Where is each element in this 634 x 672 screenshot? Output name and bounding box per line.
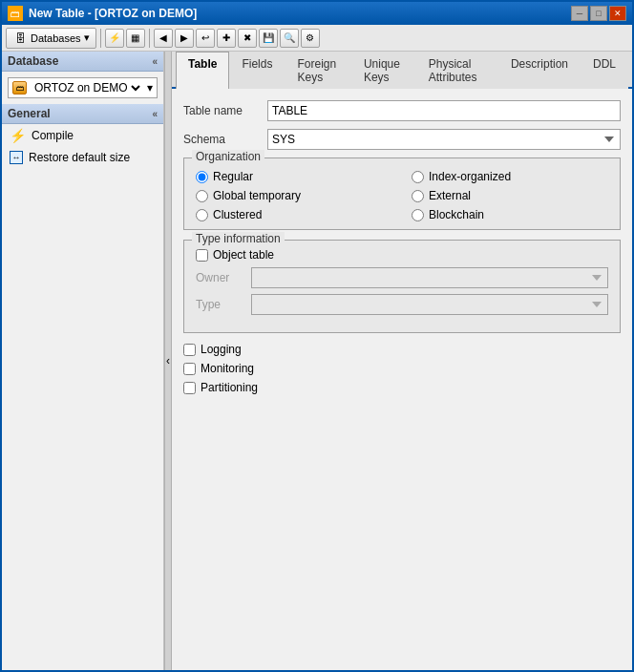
close-button[interactable]: ✕ (609, 6, 626, 21)
tab-ddl[interactable]: DDL (581, 52, 628, 89)
tab-content: Table name Schema SYS Organization (172, 89, 632, 670)
partitioning-label: Partitioning (201, 381, 258, 394)
toolbar-btn-7[interactable]: 🔍 (280, 29, 299, 48)
logging-checkbox[interactable] (183, 344, 196, 356)
toolbar: 🗄 Databases ▾ ⚡ ▦ ◀ ▶ ↩ ✚ ✖ 💾 🔍 ⚙ (2, 25, 632, 52)
database-section-header[interactable]: Database « (2, 52, 163, 72)
radio-blockchain-input[interactable] (412, 209, 424, 221)
databases-dropdown[interactable]: 🗄 Databases ▾ (6, 28, 96, 49)
window-title: New Table - [ORTOZ on DEMO] (29, 7, 197, 20)
separator-2 (149, 29, 150, 48)
tab-unique-keys[interactable]: Unique Keys (351, 52, 416, 89)
database-item-container: 🗃 ORTOZ on DEMO ▾ (2, 72, 163, 104)
sidebar: Database « 🗃 ORTOZ on DEMO ▾ General « ⚡ (2, 52, 164, 670)
radio-clustered-label: Clustered (213, 208, 262, 221)
tab-bar: Table Fields Foreign Keys Unique Keys Ph… (172, 52, 632, 89)
object-table-checkbox-row[interactable]: Object table (196, 248, 608, 262)
owner-row: Owner (196, 267, 608, 288)
collapse-arrow: ‹ (166, 354, 170, 368)
monitoring-checkbox[interactable] (183, 363, 196, 375)
title-bar: 🗃 New Table - [ORTOZ on DEMO] ─ □ ✕ (2, 2, 632, 25)
tab-description[interactable]: Description (498, 52, 581, 89)
toolbar-btn-1[interactable]: ◀ (154, 29, 173, 48)
partitioning-checkbox-row[interactable]: Partitioning (183, 381, 621, 394)
table-name-row: Table name (183, 100, 621, 121)
radio-clustered[interactable]: Clustered (196, 208, 392, 221)
type-row: Type (196, 294, 608, 315)
databases-icon: 🗄 (12, 31, 28, 46)
minimize-button[interactable]: ─ (571, 6, 588, 21)
radio-blockchain-label: Blockchain (429, 208, 484, 221)
lightning-icon: ⚡ (10, 128, 26, 143)
app-icon: 🗃 (8, 6, 23, 21)
title-controls: ─ □ ✕ (571, 6, 626, 21)
type-info-legend: Type information (192, 232, 285, 245)
partitioning-checkbox[interactable] (183, 382, 196, 394)
tab-fields[interactable]: Fields (229, 52, 285, 89)
restore-action[interactable]: ↔ Restore default size (2, 147, 163, 168)
main-content: Database « 🗃 ORTOZ on DEMO ▾ General « ⚡ (2, 52, 632, 670)
toolbar-btn-3[interactable]: ↩ (196, 29, 215, 48)
toolbar-btn-4[interactable]: ✚ (217, 29, 236, 48)
right-panel: Table Fields Foreign Keys Unique Keys Ph… (172, 52, 632, 670)
object-table-label: Object table (213, 248, 274, 262)
main-window: 🗃 New Table - [ORTOZ on DEMO] ─ □ ✕ 🗄 Da… (0, 0, 634, 672)
general-section-header[interactable]: General « (2, 104, 163, 124)
toolbar-btn-6[interactable]: 💾 (259, 29, 278, 48)
tab-table[interactable]: Table (176, 52, 229, 89)
owner-select[interactable] (251, 267, 608, 288)
toolbar-btn-5[interactable]: ✖ (238, 29, 257, 48)
table-name-label: Table name (183, 104, 260, 117)
restore-icon: ↔ (10, 151, 23, 164)
restore-label: Restore default size (29, 151, 130, 164)
radio-index-organized[interactable]: Index-organized (412, 170, 608, 183)
schema-row: Schema SYS (183, 129, 621, 150)
toolbar-btn-grid[interactable]: ▦ (126, 29, 145, 48)
organization-legend: Organization (192, 150, 264, 163)
tab-foreign-keys[interactable]: Foreign Keys (285, 52, 350, 89)
radio-regular[interactable]: Regular (196, 170, 392, 183)
type-select[interactable] (251, 294, 608, 315)
radio-clustered-input[interactable] (196, 209, 208, 221)
tab-physical-attributes[interactable]: Physical Attributes (416, 52, 498, 89)
radio-index-organized-input[interactable] (412, 171, 424, 183)
schema-select[interactable]: SYS (267, 129, 621, 150)
logging-label: Logging (201, 343, 242, 356)
dropdown-arrow: ▾ (84, 32, 90, 44)
sidebar-collapse-handle[interactable]: ‹ (164, 52, 172, 670)
compile-label: Compile (32, 129, 74, 142)
radio-blockchain[interactable]: Blockchain (412, 208, 608, 221)
database-select[interactable]: ORTOZ on DEMO (31, 80, 143, 95)
radio-regular-input[interactable] (196, 171, 208, 183)
owner-label: Owner (196, 271, 243, 284)
toolbar-btn-2[interactable]: ▶ (175, 29, 194, 48)
schema-label: Schema (183, 133, 260, 146)
db-icon: 🗃 (12, 81, 27, 94)
radio-global-temporary-input[interactable] (196, 190, 208, 202)
radio-external-input[interactable] (412, 190, 424, 202)
toolbar-btn-8[interactable]: ⚙ (301, 29, 320, 48)
toolbar-btn-lightning[interactable]: ⚡ (105, 29, 124, 48)
general-collapse-arrow: « (152, 109, 158, 119)
radio-global-temporary-label: Global temporary (213, 189, 301, 202)
db-dropdown-chevron: ▾ (147, 81, 153, 94)
table-name-input[interactable] (267, 100, 621, 121)
logging-checkbox-row[interactable]: Logging (183, 343, 621, 356)
radio-external[interactable]: External (412, 189, 608, 202)
object-table-checkbox[interactable] (196, 249, 208, 262)
database-collapse-arrow: « (152, 56, 158, 67)
type-label: Type (196, 298, 243, 311)
radio-index-organized-label: Index-organized (429, 170, 511, 183)
maximize-button[interactable]: □ (590, 6, 607, 21)
organization-group: Organization Regular Index-organized (183, 158, 621, 230)
type-info-group: Type information Object table Owner Type (183, 240, 621, 333)
monitoring-checkbox-row[interactable]: Monitoring (183, 362, 621, 375)
radio-global-temporary[interactable]: Global temporary (196, 189, 392, 202)
database-selector[interactable]: 🗃 ORTOZ on DEMO ▾ (8, 77, 158, 98)
compile-action[interactable]: ⚡ Compile (2, 124, 163, 147)
organization-options: Regular Index-organized Global temporary (196, 170, 608, 221)
general-section-label: General (8, 107, 51, 120)
radio-regular-label: Regular (213, 170, 253, 183)
databases-label: Databases (31, 32, 81, 44)
radio-external-label: External (429, 189, 471, 202)
